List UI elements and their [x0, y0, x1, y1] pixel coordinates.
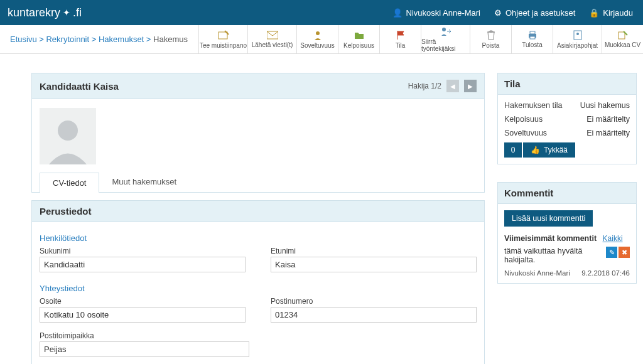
- comment-time: 9.2.2018 07:46: [581, 269, 630, 277]
- top-links: 👤 Nivukoski Anne-Mari ⚙ Ohjeet ja asetuk…: [392, 8, 634, 18]
- section-perustiedot-title: Perustiedot: [31, 200, 485, 222]
- label-postinumero: Postinumero: [271, 297, 477, 306]
- tool-move[interactable]: Siirrä työntekijäksi: [421, 25, 470, 53]
- crumb-hakemukset[interactable]: Hakemukset: [99, 35, 144, 44]
- input-osoite[interactable]: Kotikatu 10 osoite: [40, 307, 246, 323]
- tool-state[interactable]: Tila: [379, 25, 421, 53]
- note-icon: [218, 30, 229, 40]
- v-soveltuvuus: Ei määritelty: [586, 129, 630, 137]
- candidate-header: Kandidaatti Kaisa Hakija 1/2 ◀ ▶: [31, 73, 485, 99]
- panel-kommentit: Kommentit Lisää uusi kommentti Viimeisim…: [497, 182, 637, 284]
- latest-comments-label: Viimeisimmät kommentit: [504, 234, 597, 243]
- svg-rect-0: [219, 32, 227, 39]
- logo-suffix: .fi: [73, 6, 82, 19]
- help-link[interactable]: ⚙ Ohjeet ja asetukset: [494, 8, 575, 18]
- toolbar: Tee muistiinpano Lähetä viesti(t) Sovelt…: [198, 25, 643, 53]
- k-hakemuksen-tila: Hakemuksen tila: [504, 101, 562, 110]
- svg-rect-6: [530, 36, 535, 39]
- candidate-body: CV-tiedot Muut hakemukset: [31, 99, 485, 193]
- sub-yhteystiedot[interactable]: Yhteystiedot: [40, 284, 477, 293]
- input-sukunimi[interactable]: Kandidaatti: [40, 257, 246, 272]
- svg-rect-5: [530, 31, 535, 34]
- action-row: Etusivu > Rekrytoinnit > Hakemukset > Ha…: [0, 25, 643, 54]
- svg-point-10: [58, 120, 78, 141]
- topbar: kuntarekry ✦ .fi 👤 Nivukoski Anne-Mari ⚙…: [0, 0, 643, 25]
- pager-text: Hakija 1/2: [408, 82, 441, 90]
- pager-next-button[interactable]: ▶: [464, 80, 477, 92]
- gear-icon: ⚙: [494, 8, 502, 18]
- person-arrow-icon: [441, 26, 451, 36]
- user-link[interactable]: 👤 Nivukoski Anne-Mari: [392, 8, 481, 18]
- panel-tila-title: Tila: [497, 73, 637, 95]
- logo-star-icon: ✦: [63, 8, 70, 18]
- tool-delete[interactable]: Poista: [470, 25, 511, 53]
- section-perustiedot: Henkilötiedot Sukunimi Kandidaatti Etuni…: [31, 222, 485, 364]
- k-soveltuvuus: Soveltuvuus: [504, 129, 547, 137]
- svg-point-3: [442, 28, 446, 31]
- candidate-tabs: CV-tiedot Muut hakemukset: [40, 172, 477, 192]
- comment-author: Nivukoski Anne-Mari: [504, 269, 570, 277]
- tool-edit-cv[interactable]: Muokkaa CV: [602, 25, 643, 53]
- label-sukunimi: Sukunimi: [40, 247, 246, 255]
- tab-cv[interactable]: CV-tiedot: [40, 173, 99, 193]
- crumb-current: Hakemus: [153, 35, 188, 44]
- logo[interactable]: kuntarekry ✦ .fi: [8, 6, 82, 19]
- edit-comment-icon[interactable]: ✎: [606, 247, 617, 258]
- input-postinumero[interactable]: 01234: [271, 307, 477, 323]
- k-kelpoisuus: Kelpoisuus: [504, 115, 543, 124]
- input-etunimi[interactable]: Kaisa: [271, 257, 477, 272]
- user-name: Nivukoski Anne-Mari: [406, 8, 481, 18]
- label-osoite: Osoite: [40, 297, 246, 306]
- tool-eligibility[interactable]: Kelpoisuus: [338, 25, 379, 53]
- tool-suitability[interactable]: Soveltuvuus: [296, 25, 338, 53]
- thumbs-up-icon: 👍: [531, 146, 540, 154]
- tool-note[interactable]: Tee muistiinpano: [198, 25, 247, 53]
- avatar: [40, 108, 96, 164]
- print-icon: [527, 31, 538, 40]
- label-postitoimipaikka: Postitoimipaikka: [40, 331, 249, 340]
- panel-tila: Tila Hakemuksen tilaUusi hakemus Kelpois…: [497, 73, 637, 164]
- person-star-icon: [313, 30, 322, 40]
- comment-text: tämä vaikuttaa hyvältä hakijalta.: [504, 247, 601, 264]
- logout-label: Kirjaudu: [603, 8, 633, 18]
- candidate-pager: Hakija 1/2 ◀ ▶: [408, 80, 477, 92]
- v-kelpoisuus: Ei määritelty: [586, 115, 630, 124]
- avatar-placeholder-icon: [46, 114, 90, 164]
- user-icon: 👤: [392, 8, 403, 18]
- tab-other-applications[interactable]: Muut hakemukset: [99, 172, 189, 192]
- pager-prev-button: ◀: [446, 80, 459, 92]
- all-comments-link[interactable]: Kaikki: [603, 234, 623, 243]
- logo-text: kuntarekry: [8, 6, 60, 19]
- lock-icon: 🔒: [589, 8, 599, 18]
- like-label: Tykkää: [544, 146, 568, 154]
- sub-henkilotiedot[interactable]: Henkilötiedot: [40, 233, 477, 243]
- candidate-title: Kandidaatti Kaisa: [40, 81, 119, 92]
- edit-cv-icon: [618, 31, 628, 40]
- like-button[interactable]: 👍 Tykkää: [523, 142, 575, 158]
- tool-print[interactable]: Tulosta: [511, 25, 553, 53]
- tool-send[interactable]: Lähetä viesti(t): [247, 25, 296, 53]
- mail-icon: [267, 31, 278, 40]
- like-count: 0: [504, 142, 522, 158]
- crumb-rekrytoinnit[interactable]: Rekrytoinnit: [46, 35, 89, 44]
- document-icon: [573, 30, 582, 40]
- crumb-etusivu[interactable]: Etusivu: [10, 35, 37, 44]
- flag-icon: [396, 30, 405, 40]
- svg-rect-9: [619, 32, 625, 39]
- breadcrumb: Etusivu > Rekrytoinnit > Hakemukset > Ha…: [10, 35, 194, 44]
- label-etunimi: Etunimi: [271, 247, 477, 255]
- svg-point-2: [316, 31, 320, 35]
- panel-kommentit-title: Kommentit: [497, 182, 637, 204]
- folder-icon: [354, 30, 364, 40]
- input-postitoimipaikka[interactable]: Peijas: [40, 341, 249, 357]
- v-hakemuksen-tila: Uusi hakemus: [580, 101, 630, 110]
- help-label: Ohjeet ja asetukset: [505, 8, 575, 18]
- delete-comment-icon[interactable]: ✖: [619, 247, 630, 258]
- logout-link[interactable]: 🔒 Kirjaudu: [589, 8, 633, 18]
- add-comment-button[interactable]: Lisää uusi kommentti: [504, 210, 593, 227]
- svg-point-8: [576, 33, 579, 35]
- trash-icon: [487, 30, 495, 40]
- tool-docs[interactable]: Asiakirjapohjat: [553, 25, 602, 53]
